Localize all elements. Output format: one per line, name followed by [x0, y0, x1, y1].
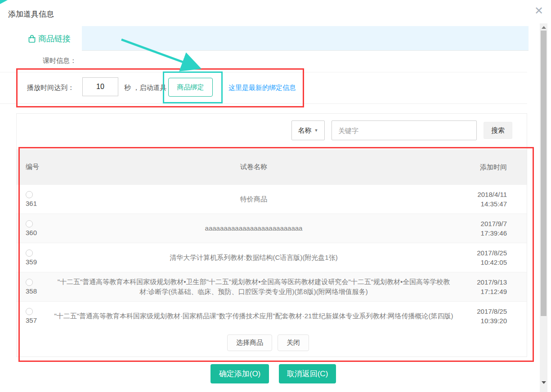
- radio-button[interactable]: [26, 308, 33, 315]
- product-table: 编号 试卷名称 添加时间 361 特价商品 2018/4/1114:35:47 …: [17, 149, 527, 330]
- product-bind-button[interactable]: 商品绑定: [168, 78, 213, 97]
- chevron-down-icon: ▼: [314, 128, 318, 133]
- dialog-add-prop-info: 添加道具信息 ✕ 商品链接 课时信息： 播放时间达到： 秒 ，启动道具 商品绑定…: [0, 0, 551, 392]
- keyword-input[interactable]: [331, 120, 477, 140]
- search-button[interactable]: 搜索: [484, 122, 512, 139]
- row-name: 清华大学计算机系列教材:数据结构(C语言版)(附光盘1张): [48, 253, 459, 263]
- table-row: 358 "十二五"普通高等教育本科国家级规划教材•卫生部"十二五"规划教材•全国…: [17, 272, 527, 301]
- divider: [0, 103, 527, 104]
- row-name: 特价商品: [48, 194, 459, 204]
- close-list-button[interactable]: 关闭: [278, 334, 309, 351]
- play-time-label: 播放时间达到：: [27, 84, 74, 92]
- header-id: 编号: [17, 161, 48, 172]
- row-time: 2017/9/1317:12:49: [459, 277, 527, 296]
- row-id: 360: [26, 229, 37, 236]
- row-name: "十二五"普通高等教育本科国家级规划教材·国家精品课"数字传播技术应用"配套教材…: [48, 311, 459, 321]
- header-time: 添加时间: [459, 162, 527, 172]
- search-field-select[interactable]: 名称 ▼: [291, 120, 325, 140]
- shopping-bag-icon: [27, 34, 36, 43]
- row-time: 2017/8/2510:39:20: [459, 307, 527, 325]
- row-id: 359: [26, 258, 37, 266]
- tab-label: 商品链接: [38, 33, 71, 44]
- dialog-title: 添加道具信息: [8, 9, 54, 19]
- row-name: aaaaaaaaaaaaaaaaaaaaaaaaaa: [48, 223, 459, 233]
- tab-bar: 商品链接: [16, 26, 529, 51]
- row-time: 2017/9/717:39:46: [459, 219, 527, 238]
- header-name: 试卷名称: [48, 162, 459, 172]
- divider: [0, 72, 527, 72]
- select-product-button[interactable]: 选择商品: [227, 334, 272, 351]
- radio-button[interactable]: [26, 249, 33, 257]
- row-time: 2017/8/2510:42:05: [459, 248, 527, 267]
- table-row: 361 特价商品 2018/4/1114:35:47: [17, 184, 527, 214]
- search-field-selected-value: 名称: [298, 126, 312, 135]
- scrollbar-thumb[interactable]: [541, 31, 547, 316]
- table-row: 360 aaaaaaaaaaaaaaaaaaaaaaaaaa 2017/9/71…: [17, 214, 527, 243]
- cancel-return-button[interactable]: 取消返回(C): [279, 364, 336, 383]
- radio-button[interactable]: [26, 191, 33, 198]
- table-row: 357 "十二五"普通高等教育本科国家级规划教材·国家精品课"数字传播技术应用"…: [17, 301, 527, 330]
- row-id: 361: [26, 200, 37, 207]
- row-time: 2018/4/1114:35:47: [459, 190, 527, 209]
- radio-button[interactable]: [26, 220, 33, 227]
- latest-bind-info-link[interactable]: 这里是最新的绑定信息: [228, 84, 296, 92]
- scrollbar-up-icon[interactable]: [542, 26, 546, 29]
- table-row: 359 清华大学计算机系列教材:数据结构(C语言版)(附光盘1张) 2017/8…: [17, 243, 527, 272]
- lesson-info-label: 课时信息：: [43, 57, 76, 65]
- scrollbar-down-icon[interactable]: [542, 381, 546, 384]
- seconds-suffix-label: 秒 ，启动道具: [124, 84, 166, 92]
- seconds-input[interactable]: [82, 77, 118, 96]
- radio-button[interactable]: [26, 279, 33, 286]
- row-id: 358: [26, 287, 37, 295]
- confirm-add-button[interactable]: 确定添加(O): [211, 364, 269, 383]
- table-header-row: 编号 试卷名称 添加时间: [17, 149, 527, 184]
- row-name: "十二五"普通高等教育本科国家级规划教材•卫生部"十二五"规划教材•全国高等医药…: [48, 277, 459, 297]
- tab-product-link[interactable]: 商品链接: [16, 26, 82, 51]
- corner-annotation-wedge: [0, 0, 8, 4]
- close-icon[interactable]: ✕: [534, 5, 543, 16]
- row-id: 357: [26, 316, 37, 324]
